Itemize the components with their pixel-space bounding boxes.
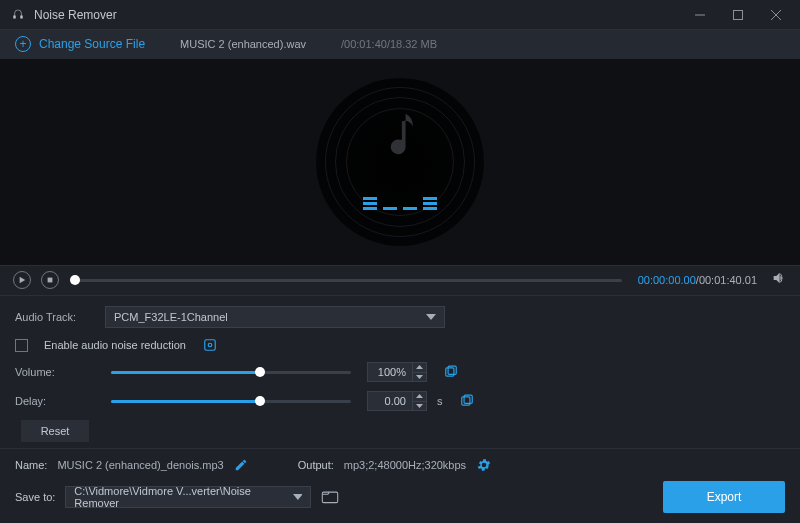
volume-spinner[interactable]: 100% (367, 362, 427, 382)
playback-bar: 00:00:00.00/00:01:40.01 (0, 265, 800, 295)
change-source-button[interactable]: + Change Source File (15, 36, 145, 52)
delay-value: 0.00 (368, 395, 412, 407)
export-button[interactable]: Export (663, 481, 785, 513)
saveto-select[interactable]: C:\Vidmore\Vidmore V...verter\Noise Remo… (65, 486, 311, 508)
volume-icon[interactable] (771, 270, 787, 290)
progress-slider[interactable] (75, 279, 622, 282)
close-button[interactable] (757, 0, 795, 30)
noise-reduction-label: Enable audio noise reduction (44, 339, 186, 351)
delay-unit: s (437, 395, 443, 407)
play-button[interactable] (13, 271, 31, 289)
change-source-label: Change Source File (39, 37, 145, 51)
saveto-value: C:\Vidmore\Vidmore V...verter\Noise Remo… (74, 485, 292, 509)
audio-track-value: PCM_F32LE-1Channel (114, 311, 228, 323)
delay-label: Delay: (15, 395, 95, 407)
equalizer-icon (363, 197, 437, 210)
vinyl-graphic (316, 78, 484, 246)
minimize-button[interactable] (681, 0, 719, 30)
source-bar: + Change Source File MUSIC 2 (enhanced).… (0, 30, 800, 59)
reset-button[interactable]: Reset (21, 420, 89, 442)
volume-up-icon[interactable] (413, 362, 426, 373)
edit-name-icon[interactable] (234, 458, 248, 472)
source-filename: MUSIC 2 (enhanced).wav (180, 38, 306, 50)
app-logo-icon (10, 7, 26, 23)
delay-down-icon[interactable] (413, 402, 426, 412)
audio-track-label: Audio Track: (15, 311, 95, 323)
time-total: /00:01:40.01 (696, 274, 757, 286)
svg-rect-1 (48, 278, 53, 283)
volume-label: Volume: (15, 366, 95, 378)
chevron-down-icon (293, 494, 303, 500)
volume-sync-icon[interactable] (443, 364, 459, 380)
source-info: /00:01:40/18.32 MB (341, 38, 437, 50)
output-panel: Name: MUSIC 2 (enhanced)_denois.mp3 Outp… (0, 448, 800, 523)
noise-reduction-settings-icon[interactable] (202, 337, 218, 353)
delay-slider[interactable] (111, 400, 351, 403)
volume-slider[interactable] (111, 371, 351, 374)
open-folder-icon[interactable] (321, 490, 339, 504)
volume-value: 100% (368, 366, 412, 378)
music-note-icon (381, 110, 419, 162)
titlebar: Noise Remover (0, 0, 800, 30)
plus-icon: + (15, 36, 31, 52)
preview-area (0, 59, 800, 265)
stop-button[interactable] (41, 271, 59, 289)
output-value: mp3;2;48000Hz;320kbps (344, 459, 466, 471)
saveto-label: Save to: (15, 491, 55, 503)
app-window: Noise Remover + Change Source File MUSIC… (0, 0, 800, 523)
volume-down-icon[interactable] (413, 373, 426, 383)
settings-panel: Audio Track: PCM_F32LE-1Channel Enable a… (0, 295, 800, 448)
app-title: Noise Remover (34, 8, 681, 22)
audio-track-select[interactable]: PCM_F32LE-1Channel (105, 306, 445, 328)
maximize-button[interactable] (719, 0, 757, 30)
svg-rect-2 (205, 340, 216, 351)
time-display: 00:00:00.00/00:01:40.01 (638, 274, 757, 286)
name-label: Name: (15, 459, 47, 471)
output-settings-icon[interactable] (476, 457, 492, 473)
chevron-down-icon (426, 314, 436, 320)
name-value: MUSIC 2 (enhanced)_denois.mp3 (57, 459, 223, 471)
time-current: 00:00:00.00 (638, 274, 696, 286)
noise-reduction-checkbox[interactable] (15, 339, 28, 352)
output-label: Output: (298, 459, 334, 471)
svg-rect-0 (734, 10, 743, 19)
delay-up-icon[interactable] (413, 391, 426, 402)
delay-spinner[interactable]: 0.00 (367, 391, 427, 411)
svg-point-3 (208, 343, 212, 347)
delay-sync-icon[interactable] (459, 393, 475, 409)
